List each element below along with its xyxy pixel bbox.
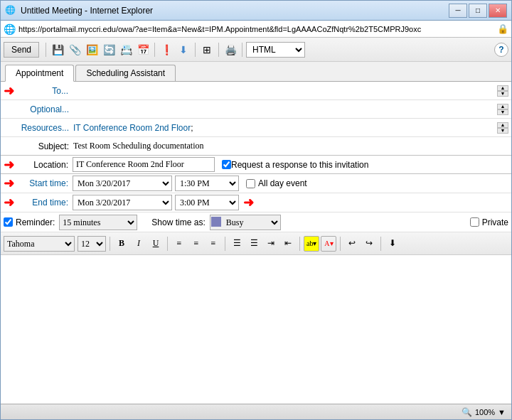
toolbar-separator-4 [218,43,219,57]
indent-button[interactable]: ⇥ [263,236,279,252]
help-button[interactable]: ? [494,43,508,57]
addressbook-icon[interactable]: 📇 [118,42,134,58]
toolbar-separator-1 [46,43,46,57]
underline-button[interactable]: U [148,236,164,252]
align-left-button[interactable]: ≡ [171,236,187,252]
optional-input-box: ▲ ▼ [73,104,508,115]
refresh-icon[interactable]: 🔄 [101,42,117,58]
maximize-button[interactable]: □ [469,4,487,18]
bullets-button[interactable]: ☰ [229,236,245,252]
all-day-label: All day event [258,178,307,188]
request-response-container: Request a response to this invitation [222,160,368,170]
align-right-button[interactable]: ≡ [206,236,221,252]
toolbar-separator-2 [154,43,155,57]
request-response-label: Request a response to this invitation [231,160,368,170]
minimize-button[interactable]: ─ [449,4,467,18]
send-button[interactable]: Send [4,42,39,58]
window-controls: ─ □ ✕ [449,4,507,18]
to-row: ➜ To... ▲ ▼ [1,82,511,100]
address-bar: 🌐 https://portalmail.myccri.edu/owa/?ae=… [1,21,511,38]
busy-color-indicator [211,217,221,227]
reminder-row: Reminder: 15 minutes Show time as: Busy … [1,212,511,232]
form-area: ➜ To... ▲ ▼ Optional... ▲ ▼ [1,82,511,404]
zoom-dropdown-icon[interactable]: ▼ [498,408,506,416]
start-label: Start time: [16,178,73,188]
optional-label[interactable]: Optional... [16,104,73,114]
more-button[interactable]: ⬇ [385,236,400,252]
reminder-select[interactable]: 15 minutes [59,215,137,230]
private-container: Private [470,217,508,227]
message-body[interactable] [1,255,511,404]
optional-scroll-down[interactable]: ▼ [497,109,508,115]
start-date-select[interactable]: Mon 3/20/2017 [73,176,172,191]
image-icon[interactable]: 🖼️ [84,42,100,58]
reminder-checkbox[interactable] [4,217,13,227]
start-time-select[interactable]: 1:30 PM [175,176,239,191]
end-time-row: ➜ End time: Mon 3/20/2017 3:00 PM ➜ [1,193,511,212]
fmt-sep-6 [380,237,381,251]
to-input[interactable] [73,85,496,96]
subject-row: Subject: [1,137,511,156]
end-time-select[interactable]: 3:00 PM [175,195,239,210]
location-input[interactable] [73,157,215,172]
to-scroll-down[interactable]: ▼ [497,91,508,97]
formatting-toolbar: Tahoma Arial Times New Roman Verdana 12 … [1,232,511,255]
to-scroll-arrows: ▲ ▼ [497,85,508,97]
subject-input[interactable] [73,141,508,151]
resources-scroll-up[interactable]: ▲ [497,122,508,128]
bold-button[interactable]: B [114,236,129,252]
resources-scroll-arrows: ▲ ▼ [497,122,508,134]
to-scroll-up[interactable]: ▲ [497,85,508,91]
private-label: Private [482,217,508,227]
all-day-checkbox[interactable] [246,179,255,188]
numbering-button[interactable]: ☰ [246,236,262,252]
optional-scroll-up[interactable]: ▲ [497,104,508,109]
resources-value[interactable]: IT Conference Room 2nd Floor [73,123,191,133]
request-response-checkbox[interactable] [222,160,231,169]
font-size-select[interactable]: 12 891011 141618 [78,236,106,252]
end-date-select[interactable]: Mon 3/20/2017 [73,195,172,210]
fmt-sep-1 [110,237,110,251]
tab-scheduling-assistant[interactable]: Scheduling Assistant [75,65,176,81]
address-url[interactable]: https://portalmail.myccri.edu/owa/?ae=It… [18,25,494,33]
calendar-icon[interactable]: 📅 [135,42,151,58]
italic-button[interactable]: I [131,236,146,252]
highlight-button[interactable]: ab▾ [304,236,319,252]
optional-input[interactable] [73,104,496,114]
save-icon[interactable]: 💾 [50,42,65,58]
optional-row: Optional... ▲ ▼ [1,100,511,119]
resources-row: Resources... IT Conference Room 2nd Floo… [1,119,511,137]
attach-icon[interactable]: 📎 [67,42,82,58]
resources-scroll-down[interactable]: ▼ [497,128,508,134]
to-label[interactable]: To... [16,86,73,96]
close-button[interactable]: ✕ [489,4,507,18]
toolbar-separator-5 [242,43,242,57]
categories-icon[interactable]: ⊞ [199,42,215,58]
lock-icon: 🔒 [497,23,508,34]
end-arrow: ➜ [4,196,14,209]
tab-appointment[interactable]: Appointment [5,65,74,82]
font-select[interactable]: Tahoma Arial Times New Roman Verdana [4,236,75,252]
importance-high-icon[interactable]: ❗ [159,42,174,58]
format-dropdown[interactable]: HTML Plain Text [246,42,305,58]
tab-bar: Appointment Scheduling Assistant [1,62,511,82]
show-time-container: Show time as: Busy [151,215,280,230]
importance-low-icon[interactable]: ⬇ [176,42,191,58]
undo-button[interactable]: ↩ [344,236,360,252]
print-icon[interactable]: 🖨️ [223,42,238,58]
reminder-check-container: Reminder: [4,217,55,227]
all-day-container: All day event [246,178,307,188]
main-window: 🌐 Untitled Meeting - Internet Explorer ─… [0,0,512,420]
start-time-row: ➜ Start time: Mon 3/20/2017 1:30 PM All … [1,174,511,193]
outdent-button[interactable]: ⇤ [280,236,296,252]
private-checkbox[interactable] [470,217,479,227]
resources-semicolon: ; [191,123,193,133]
font-color-button[interactable]: A▾ [321,236,336,252]
show-time-label: Show time as: [151,217,205,227]
resources-input-box: IT Conference Room 2nd Floor; ▲ ▼ [73,122,508,134]
main-toolbar: Send 💾 📎 🖼️ 🔄 📇 📅 ❗ ⬇ ⊞ 🖨️ HTML Plain Te… [1,38,511,62]
align-center-button[interactable]: ≡ [188,236,204,252]
resources-label[interactable]: Resources... [16,123,73,133]
redo-button[interactable]: ↪ [361,236,377,252]
busy-wrapper: Busy [210,215,281,230]
